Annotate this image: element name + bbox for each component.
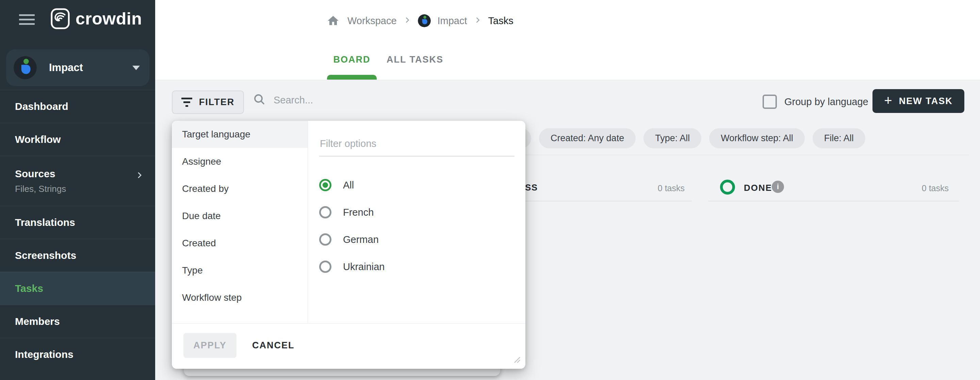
column-title-done: DONE [744,183,772,193]
header-actions: ? [978,7,980,30]
search-icon [253,92,266,108]
chevron-right-icon [474,16,482,25]
breadcrumb: Workspace Impact Tasks [326,10,514,32]
language-options: All French German Ukrainian [319,172,519,280]
search-icon[interactable] [978,11,980,26]
tab-board[interactable]: BOARD [327,54,377,65]
project-selector[interactable]: Impact [6,49,150,86]
sidebar-item-workflow[interactable]: Workflow [0,123,155,156]
new-task-label: NEW TASK [899,96,953,107]
menu-item-created[interactable]: Created [172,230,308,257]
radio-icon[interactable] [319,206,331,218]
chevron-down-icon [132,66,140,70]
done-status-circle-icon [720,180,735,195]
resize-handle-icon[interactable] [511,353,520,365]
sidebar-item-sources-sub: Files, Strings [15,184,155,194]
filter-popup-menu: Target language Assignee Created by Due … [172,121,308,323]
group-by-language-checkbox[interactable] [762,95,777,109]
plus-icon: + [884,94,892,107]
menu-item-type[interactable]: Type [172,257,308,284]
project-name: Impact [49,62,83,74]
tab-all-tasks[interactable]: ALL TASKS [387,54,443,65]
group-by-language: Group by language [762,95,869,109]
crowdin-logo-text: crowdin [76,9,142,29]
top-header: Workspace Impact Tasks [155,0,980,80]
home-icon[interactable] [326,13,340,28]
radio-option-all[interactable]: All [319,172,519,199]
radio-selected-icon[interactable] [319,179,331,191]
menu-item-target-language[interactable]: Target language [172,121,308,148]
group-by-language-label: Group by language [784,96,869,108]
menu-item-workflow-step[interactable]: Workflow step [172,284,308,311]
menu-item-created-by[interactable]: Created by [172,175,308,202]
menu-hamburger-icon[interactable] [19,14,35,27]
sidebar-item-integrations[interactable]: Integrations [0,338,155,371]
column-task-count: 0 tasks [630,183,685,193]
cancel-button[interactable]: CANCEL [250,333,297,358]
radio-option-french[interactable]: French [319,199,519,226]
menu-item-assignee[interactable]: Assignee [172,148,308,175]
filter-button-label: FILTER [199,97,234,108]
column-task-count: 0 tasks [895,183,949,193]
filter-chip-type[interactable]: Type: All [643,128,701,148]
sidebar-item-screenshots[interactable]: Screenshots [0,239,155,272]
active-tab-indicator [327,75,377,79]
search-input[interactable] [273,94,416,106]
filter-popup-footer: APPLY CANCEL [172,323,525,369]
breadcrumb-current-page: Tasks [488,15,514,27]
sidebar: crowdin Impact Dashboard Workflow Source… [0,0,155,380]
project-logo-icon [418,14,431,27]
filter-chip-file[interactable]: File: All [813,128,865,148]
filter-options-input[interactable] [319,138,514,150]
sidebar-item-members[interactable]: Members [0,305,155,338]
column-divider [708,201,959,201]
chevron-right-icon [404,16,411,25]
crowdin-logo[interactable]: crowdin [50,8,142,29]
new-task-button[interactable]: + NEW TASK [872,89,964,113]
filter-chips: Created: Any date Type: All Workflow ste… [511,128,865,148]
radio-option-german[interactable]: German [319,226,519,253]
sidebar-item-translations[interactable]: Translations [0,206,155,239]
filter-popup-options: All French German Ukrainian [308,121,525,323]
sidebar-item-sources[interactable]: Sources Files, Strings [0,156,155,206]
sidebar-nav: Dashboard Workflow Sources Files, String… [0,90,155,371]
board-search [253,92,416,108]
filter-button[interactable]: FILTER [172,91,244,114]
filter-chip-created[interactable]: Created: Any date [539,128,636,148]
filter-icon [181,98,192,107]
filter-chip-workflow-step[interactable]: Workflow step: All [709,128,805,148]
apply-button[interactable]: APPLY [183,333,237,358]
radio-option-ukrainian[interactable]: Ukrainian [319,253,519,280]
radio-icon[interactable] [319,234,331,246]
sidebar-item-dashboard[interactable]: Dashboard [0,90,155,123]
breadcrumb-workspace[interactable]: Workspace [347,15,397,27]
chevron-right-icon [135,170,143,182]
menu-item-due-date[interactable]: Due date [172,202,308,230]
filter-popup: Target language Assignee Created by Due … [172,121,525,369]
breadcrumb-project[interactable]: Impact [438,15,467,27]
crowdin-logo-icon [50,8,71,29]
radio-icon[interactable] [319,261,331,273]
sidebar-item-tasks[interactable]: Tasks [0,272,155,305]
info-icon[interactable]: i [772,181,784,193]
column-title-in-progress-partial: SS [525,182,538,193]
filter-options-search [319,138,514,156]
crowdin-tasks-page: Workspace Impact Tasks [0,0,980,380]
project-logo-icon [14,56,37,79]
